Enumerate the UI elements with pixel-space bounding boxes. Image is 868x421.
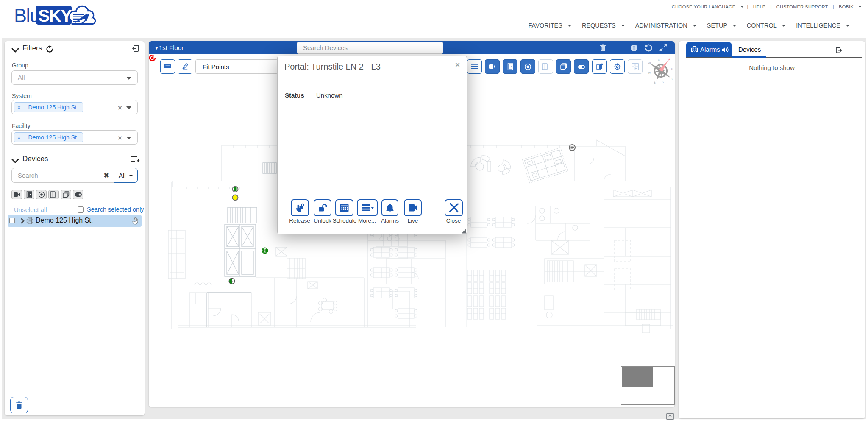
svg-text:SKY: SKY — [38, 6, 72, 25]
svg-text:Blu: Blu — [14, 5, 40, 26]
